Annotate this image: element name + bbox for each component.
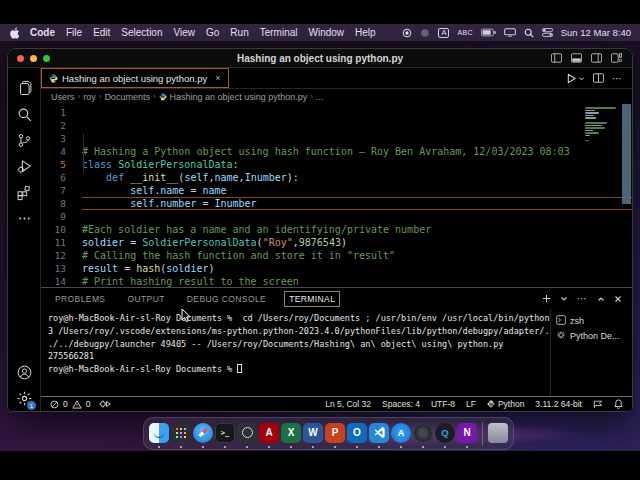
breadcrumb-item[interactable]: Hashing an object using python.py <box>170 92 308 102</box>
menubar-item-help[interactable]: Help <box>355 27 376 38</box>
toggle-sidebar-icon[interactable] <box>551 53 562 63</box>
panel-tab-terminal[interactable]: TERMINAL <box>284 291 340 307</box>
spotlight-icon[interactable] <box>524 28 534 38</box>
terminal-output[interactable]: roy@h-MacBook-Air-sl-Roy Documents % cd … <box>41 309 550 396</box>
customize-layout-icon[interactable] <box>611 53 622 63</box>
dock-finder-icon[interactable] <box>149 421 169 447</box>
breadcrumb-item[interactable]: ... <box>316 92 324 102</box>
menubar-item-view[interactable]: View <box>174 27 196 38</box>
dock-powerpoint-icon[interactable]: P <box>325 421 345 447</box>
menubar-item-terminal[interactable]: Terminal <box>260 27 298 38</box>
dock-screenshot-icon[interactable] <box>237 421 257 447</box>
record-icon[interactable] <box>402 28 412 38</box>
status-lf[interactable]: LF <box>466 399 476 409</box>
menubar-item-go[interactable]: Go <box>206 27 219 38</box>
minimap[interactable] <box>585 107 619 142</box>
panel-tab-problems[interactable]: PROBLEMS <box>51 292 109 306</box>
run-dropdown-chevron-icon[interactable] <box>578 75 585 82</box>
extensions-icon[interactable] <box>12 179 36 205</box>
window-titlebar[interactable]: Hashing an object using python.py <box>8 49 632 68</box>
dock-trash-icon[interactable] <box>488 421 508 447</box>
focus-icon[interactable] <box>420 28 430 38</box>
menubar-clock[interactable]: Sun 12 Mar 8:40 <box>561 27 631 38</box>
breadcrumb-item[interactable]: Documents <box>104 92 150 102</box>
panel-tab-debug-console[interactable]: DEBUG CONSOLE <box>183 292 270 306</box>
status-python[interactable]: Python <box>487 399 524 409</box>
terminal-instance-pythonde[interactable]: Python De... <box>556 328 632 343</box>
input-abc-label[interactable]: ABC <box>457 29 472 36</box>
explorer-icon[interactable] <box>12 75 36 101</box>
debug-status-icon[interactable] <box>99 399 111 409</box>
dock-quicktime-icon[interactable]: Q <box>435 421 455 447</box>
status-ln-5-col-32[interactable]: Ln 5, Col 32 <box>325 399 371 409</box>
control-center-icon[interactable] <box>542 28 553 37</box>
code-line[interactable]: self.number = Inumber <box>82 197 632 210</box>
run-python-file-button[interactable] <box>566 73 585 84</box>
code-line[interactable]: result = hash(soldier) <box>82 262 632 275</box>
terminal-instance-zsh[interactable]: zsh <box>556 313 632 328</box>
menubar-item-run[interactable]: Run <box>230 27 248 38</box>
dock-launchpad-icon[interactable] <box>171 421 191 447</box>
code-line[interactable]: #Each soldier has a name and an identify… <box>82 223 632 236</box>
code-editor[interactable]: 1234567891011121314 # Hashing a Python o… <box>41 104 632 287</box>
settings-icon[interactable]: 1 <box>12 385 36 411</box>
terminal-dropdown-icon[interactable] <box>560 295 568 303</box>
dock-vscode-icon[interactable] <box>369 421 389 447</box>
code-line[interactable]: soldier = SoldierPersonalData("Roy",9876… <box>82 236 632 249</box>
tab-hashing-python-file[interactable]: Hashing an object using python.py × <box>41 68 229 88</box>
editor-code[interactable]: # Hashing a Python object using hash fun… <box>75 106 632 287</box>
more-icon[interactable] <box>12 205 36 231</box>
code-line[interactable]: # Calling the hash function and store it… <box>82 249 632 262</box>
code-line[interactable]: self.name = name <box>82 184 632 197</box>
status-3-11-2-64-bit[interactable]: 3.11.2 64-bit <box>535 399 582 409</box>
menubar-item-selection[interactable]: Selection <box>121 27 162 38</box>
account-icon[interactable] <box>12 359 36 385</box>
code-line[interactable]: class SoldierPersonalData: <box>82 158 632 171</box>
editor-scrollbar[interactable] <box>622 104 631 204</box>
input-a-icon[interactable]: A <box>438 28 449 38</box>
dock-terminal-icon[interactable]: >_ <box>215 421 235 447</box>
new-terminal-icon[interactable] <box>542 294 551 303</box>
status-utf-8[interactable]: UTF-8 <box>431 399 455 409</box>
code-line[interactable]: def __init__(self,name,Inumber): <box>82 171 632 184</box>
dock-excel-icon[interactable]: X <box>281 421 301 447</box>
toggle-panel-icon[interactable] <box>571 53 582 63</box>
notifications-bell-icon[interactable] <box>614 399 623 409</box>
close-window-button[interactable] <box>17 55 24 62</box>
dock-utility-icon[interactable] <box>413 421 433 447</box>
split-editor-icon[interactable] <box>593 73 604 83</box>
status-problems[interactable]: 0 0 <box>50 399 111 409</box>
toggle-secondary-sidebar-icon[interactable] <box>591 53 602 63</box>
more-actions-icon[interactable]: ⋯ <box>612 73 623 84</box>
source-control-icon[interactable] <box>12 127 36 153</box>
zoom-window-button[interactable] <box>43 55 50 62</box>
run-debug-icon[interactable] <box>12 153 36 179</box>
menubar-item-window[interactable]: Window <box>309 27 345 38</box>
dock-word-icon[interactable]: W <box>303 421 323 447</box>
close-panel-icon[interactable] <box>614 295 622 303</box>
menubar-item-file[interactable]: File <box>66 27 82 38</box>
terminal-cursor[interactable] <box>237 364 242 373</box>
dock-onenote-icon[interactable]: N <box>457 421 477 447</box>
dock-safari-icon[interactable] <box>193 421 213 447</box>
search-icon[interactable] <box>12 101 36 127</box>
dock-appstore-icon[interactable]: A <box>391 421 411 447</box>
code-line[interactable]: # Print hashing result to the screen <box>82 275 632 287</box>
dock-outlook-icon[interactable]: O <box>347 421 367 447</box>
breadcrumb-item[interactable]: roy <box>83 92 96 102</box>
minimize-window-button[interactable] <box>30 55 37 62</box>
status-spaces-4[interactable]: Spaces: 4 <box>382 399 420 409</box>
battery-icon[interactable] <box>481 28 496 37</box>
code-line[interactable]: # Hashing a Python object using hash fun… <box>82 145 632 158</box>
panel-tab-output[interactable]: OUTPUT <box>123 292 168 306</box>
menubar-item-code[interactable]: Code <box>30 27 55 38</box>
menubar-item-edit[interactable]: Edit <box>93 27 110 38</box>
dock-acrobat-icon[interactable]: A <box>259 421 279 447</box>
feedback-icon[interactable] <box>593 400 603 409</box>
tab-close-icon[interactable]: × <box>215 73 220 83</box>
breadcrumb-item[interactable]: Users <box>51 92 75 102</box>
display-icon[interactable] <box>504 28 516 37</box>
code-line[interactable] <box>82 210 632 223</box>
panel-more-icon[interactable]: ⋯ <box>577 293 588 304</box>
maximize-panel-icon[interactable] <box>597 295 605 303</box>
